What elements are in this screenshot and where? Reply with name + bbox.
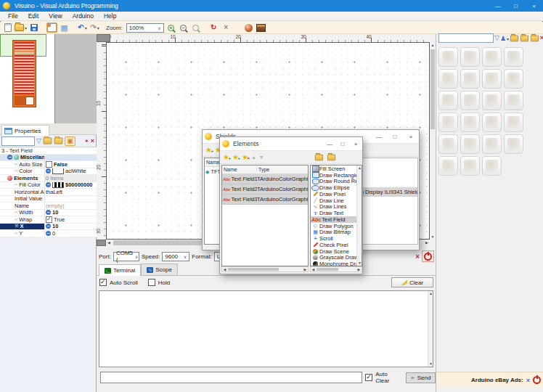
component-button[interactable] <box>482 69 502 89</box>
element-type-item[interactable]: ◇Draw Polygon <box>311 223 356 229</box>
add-element-icon[interactable]: ★ <box>223 154 229 161</box>
property-row-y[interactable]: ∞Y −0 <box>0 230 97 237</box>
property-row-auto-size[interactable]: ∞Auto Size False <box>0 161 97 168</box>
scroll-left-icon[interactable]: ◀ <box>311 267 316 271</box>
property-row-width[interactable]: ∞Width −10 <box>0 210 97 217</box>
ad-power-icon[interactable] <box>533 376 541 384</box>
scroll-up-icon[interactable]: ▲ <box>357 166 362 171</box>
close-button[interactable]: × <box>403 130 419 143</box>
refresh-button[interactable]: ↻ <box>208 23 219 33</box>
folder-add-icon[interactable] <box>510 35 518 41</box>
component-button[interactable] <box>460 113 480 132</box>
expand-folder-icon[interactable] <box>44 138 52 144</box>
canvas-vertical-scrollbar[interactable]: ▲ ▼ <box>430 42 436 240</box>
disconnect-tools-icon[interactable]: × <box>415 253 420 261</box>
scroll-left-icon[interactable]: ◀ <box>106 240 112 246</box>
clear-filter-icon[interactable]: × <box>540 35 543 41</box>
undo-button[interactable]: ↶▾ <box>77 23 88 33</box>
scroll-down-icon[interactable]: ▼ <box>357 261 362 266</box>
scroll-down-icon[interactable]: ▼ <box>428 362 433 367</box>
component-button[interactable] <box>482 113 502 132</box>
terminal-output[interactable]: ▲ ▼ <box>99 290 433 367</box>
component-button[interactable] <box>438 113 458 132</box>
element-type-item[interactable]: ▦Draw Bitmap <box>311 229 356 236</box>
collapse-all-icon[interactable] <box>327 154 335 160</box>
available-list-hscrollbar[interactable]: ◀ ▶ <box>310 266 362 272</box>
component-button[interactable] <box>482 47 502 67</box>
undo-dropdown-icon[interactable]: ▾ <box>85 25 87 30</box>
component-button[interactable] <box>460 47 480 67</box>
auto-scroll-checkbox[interactable] <box>99 279 107 286</box>
collapse-icon[interactable]: − <box>46 168 51 173</box>
element-type-item[interactable]: Monohrome Draw <box>311 261 356 266</box>
element-type-item[interactable]: +Scroll <box>311 235 356 242</box>
menu-file[interactable]: File <box>3 12 23 20</box>
element-type-item[interactable]: ╱Draw Line <box>311 197 356 204</box>
menu-edit[interactable]: Edit <box>23 12 44 20</box>
tab-scope[interactable]: ∿ Scope <box>141 264 178 275</box>
scroll-down-icon[interactable]: ▼ <box>430 234 436 240</box>
close-button[interactable]: × <box>349 137 362 150</box>
wrap-checkbox[interactable] <box>46 216 52 223</box>
component-button[interactable] <box>504 47 523 67</box>
collapse-icon[interactable]: − <box>46 231 51 236</box>
element-type-item[interactable]: Draw Ellipse <box>311 184 356 191</box>
elements-available-list[interactable]: Fill Screen Draw Rectangle Draw Round Re… <box>310 165 362 266</box>
delete-element-icon[interactable]: ★ <box>242 154 248 161</box>
zoom-in-button[interactable]: + <box>166 23 176 33</box>
maximize-button[interactable]: □ <box>507 0 525 12</box>
scroll-left-icon[interactable]: ◀ <box>222 267 227 271</box>
add-shield-icon[interactable]: ★ <box>205 147 212 154</box>
minimize-button[interactable]: — <box>489 0 507 12</box>
element-type-item[interactable]: TDraw Text <box>311 210 356 216</box>
categorize-button[interactable]: ▣ <box>65 136 75 146</box>
terminal-scrollbar[interactable]: ▲ ▼ <box>428 291 433 367</box>
scroll-right-icon[interactable]: ▶ <box>356 267 362 271</box>
toggle-panels-button[interactable] <box>46 23 57 33</box>
available-list-vscrollbar[interactable]: ▲ ▼ <box>356 166 362 266</box>
element-type-item[interactable]: ∿Draw Lines <box>311 204 356 211</box>
menu-help[interactable]: Help <box>99 12 121 20</box>
collapse-icon[interactable]: − <box>46 224 51 229</box>
zoom-reset-button[interactable] <box>190 23 201 33</box>
property-row-color[interactable]: ∞Color −aclWhite <box>0 168 97 176</box>
list-header[interactable]: Name Type <box>222 166 308 174</box>
zoom-out-button[interactable]: − <box>178 23 189 33</box>
property-row-name[interactable]: Name (empty) <box>0 203 97 210</box>
property-row-horizontal-align[interactable]: Horizontal Align thaLeft <box>0 189 97 196</box>
property-row-x-selected[interactable]: ⚒X −10 <box>0 224 97 231</box>
menu-view[interactable]: View <box>44 12 67 20</box>
component-button[interactable] <box>460 91 480 110</box>
scroll-up-icon[interactable]: ▲ <box>428 291 433 296</box>
send-button[interactable]: ➢ Send <box>406 372 436 383</box>
component-button[interactable] <box>438 69 458 89</box>
color-swatch[interactable] <box>52 168 64 175</box>
help-button[interactable] <box>243 23 254 33</box>
minimize-button[interactable]: — <box>323 137 336 150</box>
collapse-folder-icon[interactable] <box>54 138 63 144</box>
component-button[interactable] <box>438 134 458 154</box>
pin-icon[interactable]: ✶ <box>84 138 89 144</box>
move-down-icon[interactable]: ▼ <box>259 155 264 160</box>
element-type-item[interactable]: Grayscale Draw S <box>311 255 356 261</box>
element-type-item[interactable]: Check Pixel <box>311 242 356 248</box>
zoom-combobox[interactable]: 100%∨ <box>126 23 164 33</box>
tools-icon[interactable]: × <box>91 138 94 144</box>
elements-added-list[interactable]: Name Type AbcText Field1 TArduinoColorGr… <box>221 165 309 266</box>
filter-icon[interactable]: ▽ <box>36 138 41 144</box>
filter-icon[interactable]: ▽ <box>494 35 499 41</box>
component-button[interactable] <box>460 69 480 89</box>
element-type-item[interactable]: Fill Screen <box>311 166 356 172</box>
element-type-item-selected[interactable]: AbcText Field <box>311 216 356 223</box>
scroll-up-icon[interactable]: ▲ <box>430 42 436 48</box>
property-filter-input[interactable] <box>1 136 35 146</box>
scroll-right-icon[interactable]: ▶ <box>303 267 308 271</box>
component-button[interactable] <box>438 91 458 110</box>
component-button[interactable] <box>504 91 523 110</box>
component-button[interactable] <box>504 134 523 154</box>
component-button[interactable] <box>482 91 502 110</box>
redo-button[interactable]: ↷▾ <box>89 23 100 33</box>
fill-color-swatch[interactable] <box>52 182 64 189</box>
delete-button[interactable]: × <box>221 23 232 33</box>
tab-properties[interactable]: Properties <box>1 125 49 136</box>
